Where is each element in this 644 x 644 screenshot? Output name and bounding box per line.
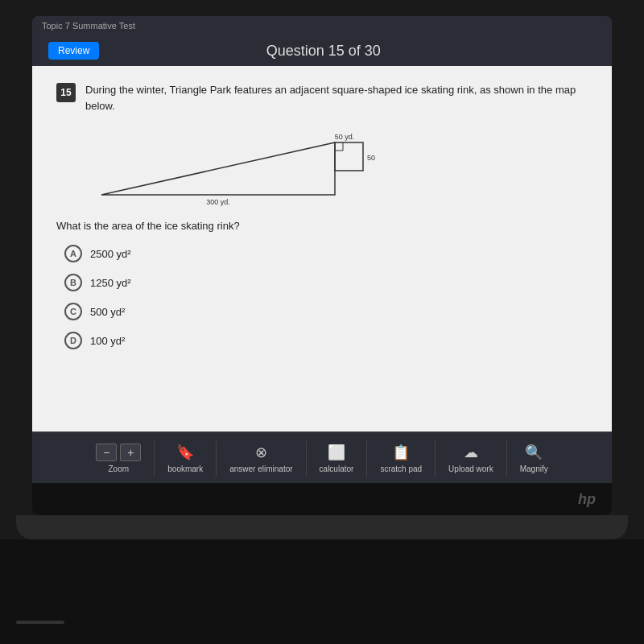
calculator-tool[interactable]: ⬜ calculator (307, 440, 368, 477)
question-row: 15 During the winter, Triangle Park feat… (56, 82, 588, 114)
question-counter: Question 15 of 30 (99, 43, 547, 60)
answer-eliminator-icon: ⊗ (255, 444, 267, 461)
svg-text:50 yd.: 50 yd. (367, 154, 375, 162)
question-header: Review Question 15 of 30 (32, 35, 612, 66)
option-c[interactable]: C 500 yd² (64, 303, 588, 320)
diagram: 50 yd. 50 yd. 300 yd. (85, 126, 375, 207)
upload-work-icon: ☁ (464, 444, 478, 461)
question-number-badge: 15 (56, 83, 76, 102)
magnify-icon: 🔍 (525, 444, 543, 461)
desk-area (0, 539, 644, 644)
option-d[interactable]: D 100 yd² (64, 332, 588, 349)
cable (16, 621, 64, 624)
magnify-tool[interactable]: 🔍 Magnify (507, 440, 561, 477)
answer-eliminator-tool[interactable]: ⊗ answer eliminator (217, 440, 306, 477)
sub-question: What is the area of the ice skating rink… (56, 220, 588, 232)
upload-work-tool[interactable]: ☁ Upload work (436, 440, 507, 477)
option-b-text: 1250 yd² (90, 277, 131, 289)
review-button[interactable]: Review (48, 42, 99, 60)
question-text: During the winter, Triangle Park feature… (85, 82, 588, 114)
option-a-circle: A (64, 245, 82, 262)
option-b[interactable]: B 1250 yd² (64, 274, 588, 291)
calculator-icon: ⬜ (328, 444, 345, 461)
bottom-bar: hp (32, 483, 612, 515)
zoom-minus-button[interactable]: − (96, 444, 117, 461)
option-c-text: 500 yd² (90, 306, 125, 318)
calculator-label: calculator (320, 464, 354, 473)
answer-eliminator-label: answer eliminator (229, 464, 292, 473)
answer-options: A 2500 yd² B 1250 yd² C 500 yd² D 100 yd… (64, 245, 588, 349)
svg-rect-1 (335, 142, 363, 171)
hp-logo: hp (578, 491, 596, 508)
svg-text:50 yd.: 50 yd. (335, 133, 355, 141)
option-a-text: 2500 yd² (90, 248, 131, 260)
scratch-pad-tool[interactable]: 📋 scratch pad (367, 440, 436, 477)
scratch-pad-label: scratch pad (380, 464, 422, 473)
option-a[interactable]: A 2500 yd² (64, 245, 588, 262)
zoom-label: Zoom (109, 464, 130, 473)
zoom-group: − + Zoom (83, 440, 155, 477)
option-d-text: 100 yd² (90, 335, 125, 347)
app-title: Topic 7 Summative Test (42, 21, 135, 31)
option-d-circle: D (64, 332, 82, 349)
option-b-circle: B (64, 274, 82, 291)
title-bar: Topic 7 Summative Test (32, 16, 612, 35)
scratch-pad-icon: 📋 (392, 444, 410, 461)
upload-work-label: Upload work (448, 464, 493, 473)
bookmark-label: bookmark (167, 464, 203, 473)
question-body: 15 During the winter, Triangle Park feat… (32, 66, 612, 431)
bookmark-icon: 🔖 (176, 444, 194, 461)
magnify-label: Magnify (520, 464, 548, 473)
option-c-circle: C (64, 303, 82, 320)
diagram-svg: 50 yd. 50 yd. 300 yd. (85, 126, 375, 207)
zoom-plus-button[interactable]: + (120, 444, 141, 461)
svg-text:300 yd.: 300 yd. (206, 198, 230, 206)
bookmark-tool[interactable]: 🔖 bookmark (155, 440, 217, 477)
laptop-bezel (16, 515, 628, 539)
toolbar: − + Zoom 🔖 bookmark ⊗ answer eliminator … (32, 431, 612, 483)
svg-marker-0 (101, 142, 335, 195)
